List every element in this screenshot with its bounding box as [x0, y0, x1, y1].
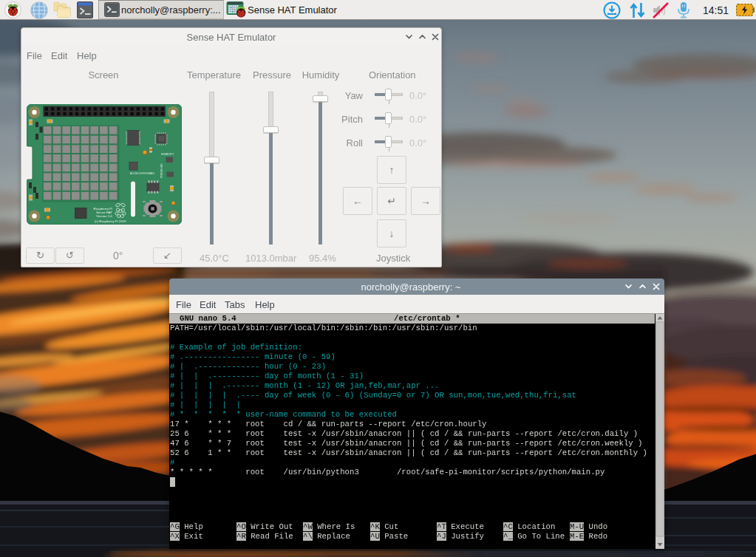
svg-text:PRESSURE: PRESSURE: [160, 163, 163, 178]
svg-text:(c) Raspberry Pi 2015: (c) Raspberry Pi 2015: [95, 219, 126, 223]
svg-text:Version 1.0: Version 1.0: [96, 214, 113, 218]
svg-text:ACCEL/GYRO/MAG: ACCEL/GYRO/MAG: [130, 172, 154, 175]
svg-text:HUMIDITY: HUMIDITY: [161, 153, 174, 156]
